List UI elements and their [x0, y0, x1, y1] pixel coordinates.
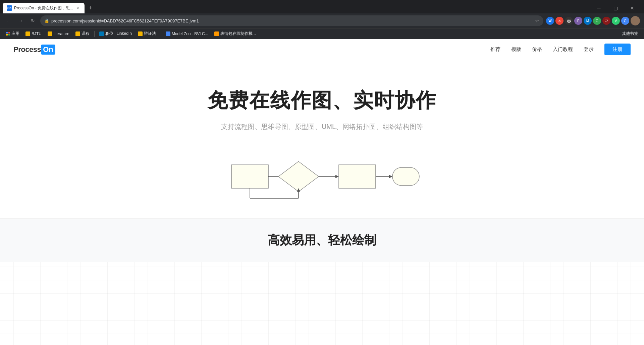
back-button[interactable]: ← [4, 16, 13, 25]
url-bar[interactable]: 🔒 processon.com/jsessionid=DABD762C46FC5… [40, 15, 543, 26]
hero-title: 免费在线作图、实时协作 [208, 87, 436, 114]
site-navbar: ProcessOn 推荐 模版 价格 入门教程 登录 注册 [0, 39, 644, 60]
new-tab-button[interactable]: + [86, 3, 95, 13]
nav-pricing[interactable]: 价格 [532, 46, 542, 53]
bottom-section: 高效易用、轻松绘制 [0, 218, 644, 262]
nav-register-button[interactable]: 注册 [604, 44, 631, 55]
logo[interactable]: ProcessOn [13, 45, 55, 55]
active-tab[interactable]: On ProcessOn - 免费在线作图，思... × [3, 3, 85, 13]
literature-favicon [48, 31, 52, 36]
bookmark-star-icon[interactable]: ☆ [535, 18, 539, 23]
bookmark-separator-1 [94, 31, 95, 37]
bookmark-debate[interactable]: 辩证法 [135, 30, 159, 37]
refresh-button[interactable]: ↻ [28, 16, 38, 25]
modelzoo-favicon [166, 31, 170, 36]
ext-icon-3[interactable]: 🐼 [565, 17, 573, 25]
tab-title: ProcessOn - 免费在线作图，思... [14, 5, 73, 11]
nav-recommend[interactable]: 推荐 [490, 46, 500, 53]
minimize-button[interactable]: ─ [591, 3, 606, 13]
logo-process-text: Process [13, 45, 41, 54]
bjtu-favicon [25, 31, 30, 36]
debate-favicon [138, 31, 143, 36]
ext-icon-8[interactable]: V [612, 17, 620, 25]
flowchart-diagram [221, 151, 423, 205]
hero-subtitle: 支持流程图、思维导图、原型图、UML、网络拓扑图、组织结构图等 [221, 122, 423, 131]
ext-icon-7[interactable]: 🛡 [602, 17, 610, 25]
bookmark-literature[interactable]: literature [45, 31, 72, 37]
svg-marker-3 [278, 161, 319, 192]
extensions-area: W ✕ 🐼 P M G 🛡 V G [546, 16, 640, 25]
nav-template[interactable]: 模版 [511, 46, 521, 53]
svg-rect-6 [339, 165, 376, 188]
close-window-button[interactable]: ✕ [625, 3, 640, 13]
hero-section: 免费在线作图、实时协作 支持流程图、思维导图、原型图、UML、网络拓扑图、组织结… [0, 60, 644, 218]
bookmark-separator-2 [161, 31, 161, 37]
bookmark-apps[interactable]: 应用 [3, 30, 22, 37]
ext-icon-2[interactable]: ✕ [555, 17, 564, 25]
bookmark-bjtu[interactable]: BJTU [23, 31, 44, 37]
ext-icon-6[interactable]: G [593, 17, 601, 25]
nav-tutorial[interactable]: 入门教程 [553, 46, 573, 53]
linkedin-favicon [99, 31, 104, 36]
tab-bar: On ProcessOn - 免费在线作图，思... × + ─ ▢ ✕ [0, 0, 644, 13]
page-content: ProcessOn 推荐 模版 价格 入门教程 登录 注册 免费在线作图、实时协… [0, 39, 644, 345]
apps-grid-icon [6, 32, 10, 36]
ext-icon-5[interactable]: M [584, 17, 592, 25]
address-bar: ← → ↻ 🔒 processon.com/jsessionid=DABD762… [0, 13, 644, 28]
bookmark-linkedin[interactable]: 职位 | LinkedIn [97, 30, 135, 37]
svg-marker-8 [389, 175, 392, 178]
bookmark-course[interactable]: 课程 [73, 30, 92, 37]
bookmark-emoji[interactable]: 表情包在线制作模... [212, 30, 259, 37]
forward-button[interactable]: → [16, 16, 25, 25]
svg-marker-5 [335, 175, 339, 178]
nav-links: 推荐 模版 价格 入门教程 登录 注册 [490, 44, 631, 55]
ext-icon-9[interactable]: G [621, 17, 629, 25]
ext-icon-1[interactable]: W [546, 17, 554, 25]
window-controls: ─ ▢ ✕ [591, 3, 641, 13]
bottom-title: 高效易用、轻松绘制 [13, 232, 631, 249]
tab-close-button[interactable]: × [75, 5, 80, 11]
url-text: processon.com/jsessionid=DABD762C46FC562… [51, 18, 533, 23]
ext-icon-4[interactable]: P [574, 17, 582, 25]
flowchart-svg [221, 151, 423, 205]
svg-rect-0 [231, 165, 268, 188]
user-avatar[interactable] [631, 16, 640, 25]
bookmarks-bar: 应用 BJTU literature 课程 职位 | LinkedIn 辩证法 … [0, 28, 644, 39]
bookmark-modelzoo[interactable]: Model Zoo - BVLC... [163, 31, 211, 37]
lock-icon: 🔒 [44, 18, 49, 23]
nav-login-button[interactable]: 登录 [584, 46, 594, 53]
browser-chrome: On ProcessOn - 免费在线作图，思... × + ─ ▢ ✕ ← →… [0, 0, 644, 39]
tab-favicon: On [7, 5, 12, 11]
emoji-favicon [214, 31, 219, 36]
course-favicon [75, 31, 80, 36]
logo-on-text: On [41, 45, 55, 55]
svg-rect-9 [392, 167, 419, 186]
other-bookmarks[interactable]: 其他书签 [619, 30, 641, 37]
maximize-button[interactable]: ▢ [608, 3, 623, 13]
